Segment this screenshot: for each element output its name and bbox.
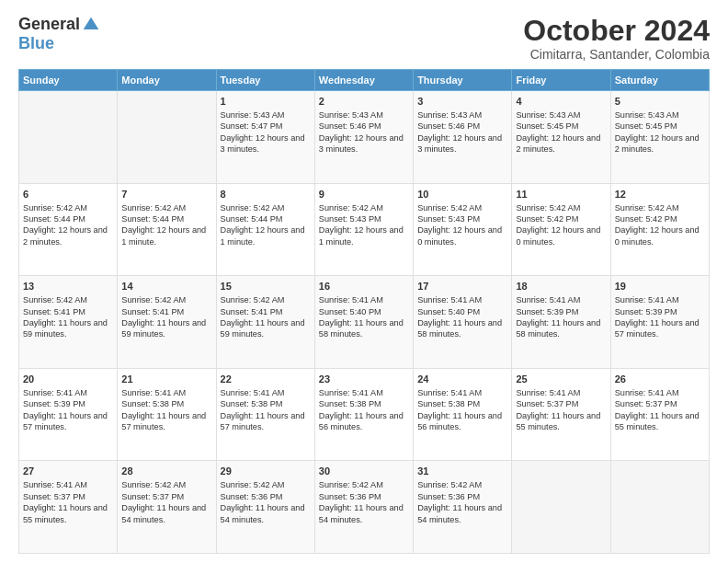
sunset-text: Sunset: 5:42 PM [516,213,606,224]
day-number: 12 [615,188,705,201]
calendar-cell: 30Sunrise: 5:42 AMSunset: 5:36 PMDayligh… [314,461,413,554]
day-number: 11 [516,188,606,201]
sunset-text: Sunset: 5:45 PM [516,121,606,132]
sunset-text: Sunset: 5:36 PM [221,491,311,502]
sunrise-text: Sunrise: 5:43 AM [319,109,409,121]
day-number: 22 [221,373,311,386]
header: General Blue October 2024 Cimitarra, San… [18,15,710,62]
calendar-header-row: SundayMondayTuesdayWednesdayThursdayFrid… [19,70,710,91]
sunset-text: Sunset: 5:37 PM [615,398,705,409]
daylight-text: Daylight: 12 hours and 2 minutes. [615,132,705,155]
sunrise-text: Sunrise: 5:42 AM [221,294,311,305]
sunset-text: Sunset: 5:45 PM [615,121,705,132]
calendar-cell: 10Sunrise: 5:42 AMSunset: 5:43 PMDayligh… [414,183,512,276]
sunrise-text: Sunrise: 5:42 AM [121,294,211,305]
sunrise-text: Sunrise: 5:41 AM [516,387,606,398]
day-number: 30 [319,465,409,478]
daylight-text: Daylight: 12 hours and 0 minutes. [417,224,507,247]
calendar-cell: 5Sunrise: 5:43 AMSunset: 5:45 PMDaylight… [610,91,709,184]
sunset-text: Sunset: 5:36 PM [417,491,507,502]
daylight-text: Daylight: 11 hours and 54 minutes. [319,502,409,525]
daylight-text: Daylight: 11 hours and 57 minutes. [23,410,113,433]
header-right: October 2024 Cimitarra, Santander, Colom… [523,15,710,62]
sunset-text: Sunset: 5:46 PM [417,121,507,132]
daylight-text: Daylight: 11 hours and 58 minutes. [516,317,606,340]
sunrise-text: Sunrise: 5:42 AM [121,202,211,213]
calendar-cell: 29Sunrise: 5:42 AMSunset: 5:36 PMDayligh… [216,461,314,554]
sunrise-text: Sunrise: 5:42 AM [615,202,705,213]
sunset-text: Sunset: 5:47 PM [221,121,311,132]
month-title: October 2024 [523,15,710,47]
daylight-text: Daylight: 11 hours and 57 minutes. [615,317,705,340]
sunrise-text: Sunrise: 5:43 AM [417,109,507,121]
day-of-week-header: Tuesday [216,70,314,91]
sunrise-text: Sunrise: 5:41 AM [615,387,705,398]
day-number: 15 [221,280,311,293]
daylight-text: Daylight: 11 hours and 56 minutes. [417,410,507,433]
calendar-cell: 16Sunrise: 5:41 AMSunset: 5:40 PMDayligh… [314,276,413,369]
sunset-text: Sunset: 5:43 PM [319,213,409,224]
calendar-cell: 11Sunrise: 5:42 AMSunset: 5:42 PMDayligh… [512,183,610,276]
day-number: 6 [23,188,113,201]
daylight-text: Daylight: 11 hours and 58 minutes. [319,317,409,340]
sunrise-text: Sunrise: 5:42 AM [417,202,507,213]
sunrise-text: Sunrise: 5:42 AM [221,202,311,213]
sunrise-text: Sunrise: 5:41 AM [319,294,409,305]
day-number: 18 [516,280,606,293]
day-number: 27 [23,465,113,478]
logo-icon [82,16,100,34]
calendar-cell: 19Sunrise: 5:41 AMSunset: 5:39 PMDayligh… [610,276,709,369]
sunrise-text: Sunrise: 5:41 AM [516,294,606,305]
day-of-week-header: Wednesday [314,70,413,91]
logo-blue-text: Blue [18,34,54,52]
daylight-text: Daylight: 12 hours and 2 minutes. [516,132,606,155]
sunrise-text: Sunrise: 5:42 AM [417,479,507,490]
day-number: 10 [417,188,507,201]
day-number: 29 [221,465,311,478]
calendar-cell: 12Sunrise: 5:42 AMSunset: 5:42 PMDayligh… [610,183,709,276]
calendar-week-row: 13Sunrise: 5:42 AMSunset: 5:41 PMDayligh… [19,276,710,369]
calendar-cell: 28Sunrise: 5:42 AMSunset: 5:37 PMDayligh… [118,461,216,554]
sunrise-text: Sunrise: 5:43 AM [221,109,311,121]
day-number: 4 [516,95,606,109]
sunset-text: Sunset: 5:38 PM [417,398,507,409]
sunrise-text: Sunrise: 5:42 AM [221,479,311,490]
day-number: 3 [417,95,507,109]
sunset-text: Sunset: 5:37 PM [121,491,211,502]
sunrise-text: Sunrise: 5:41 AM [23,479,113,490]
day-number: 20 [23,373,113,386]
day-number: 23 [319,373,409,386]
calendar-week-row: 20Sunrise: 5:41 AMSunset: 5:39 PMDayligh… [19,368,710,461]
day-number: 26 [615,373,705,386]
daylight-text: Daylight: 12 hours and 1 minute. [221,224,311,247]
daylight-text: Daylight: 12 hours and 1 minute. [121,224,211,247]
calendar-cell [610,461,709,554]
day-of-week-header: Monday [118,70,216,91]
day-number: 21 [121,373,211,386]
svg-marker-0 [84,17,99,29]
day-number: 8 [221,188,311,201]
sunrise-text: Sunrise: 5:41 AM [23,387,113,398]
daylight-text: Daylight: 12 hours and 0 minutes. [615,224,705,247]
calendar-cell: 14Sunrise: 5:42 AMSunset: 5:41 PMDayligh… [118,276,216,369]
daylight-text: Daylight: 11 hours and 55 minutes. [516,410,606,433]
calendar-cell: 24Sunrise: 5:41 AMSunset: 5:38 PMDayligh… [414,368,512,461]
daylight-text: Daylight: 11 hours and 59 minutes. [23,317,113,340]
sunrise-text: Sunrise: 5:41 AM [417,387,507,398]
sunset-text: Sunset: 5:38 PM [221,398,311,409]
calendar-week-row: 1Sunrise: 5:43 AMSunset: 5:47 PMDaylight… [19,91,710,184]
daylight-text: Daylight: 11 hours and 58 minutes. [417,317,507,340]
calendar-cell: 17Sunrise: 5:41 AMSunset: 5:40 PMDayligh… [414,276,512,369]
sunset-text: Sunset: 5:43 PM [417,213,507,224]
day-number: 16 [319,280,409,293]
daylight-text: Daylight: 11 hours and 55 minutes. [23,502,113,525]
day-number: 2 [319,95,409,109]
sunrise-text: Sunrise: 5:43 AM [615,109,705,121]
daylight-text: Daylight: 11 hours and 59 minutes. [121,317,211,340]
day-number: 17 [417,280,507,293]
calendar-cell: 4Sunrise: 5:43 AMSunset: 5:45 PMDaylight… [512,91,610,184]
calendar-cell: 3Sunrise: 5:43 AMSunset: 5:46 PMDaylight… [414,91,512,184]
sunset-text: Sunset: 5:44 PM [121,213,211,224]
sunset-text: Sunset: 5:39 PM [615,306,705,317]
sunset-text: Sunset: 5:36 PM [319,491,409,502]
